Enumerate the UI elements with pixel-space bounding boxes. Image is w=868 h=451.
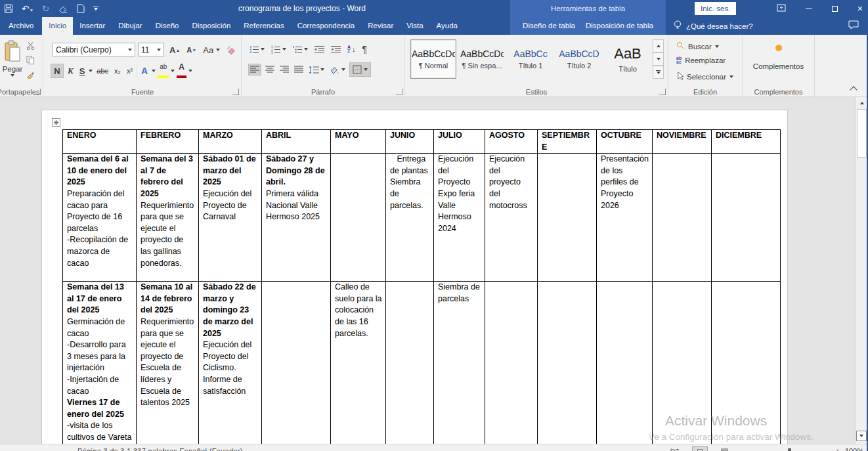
table-cell[interactable]: [386, 282, 434, 444]
ribbon-display-options-icon[interactable]: [777, 3, 786, 14]
bullets-button[interactable]: [248, 44, 266, 55]
clear-formatting-icon[interactable]: [225, 43, 239, 57]
table-header-cell[interactable]: NOVIEMBRE: [653, 130, 712, 154]
table-header-cell[interactable]: OCTUBRE: [597, 130, 653, 154]
table-cell[interactable]: Sábado 22 de marzo y domingo 23 de marzo…: [199, 282, 262, 444]
table-header-cell[interactable]: MARZO: [199, 130, 262, 154]
dialog-launcher-portapapeles[interactable]: [34, 89, 41, 95]
table-cell[interactable]: [712, 282, 781, 444]
tab-diseno[interactable]: Diseño: [149, 17, 186, 35]
vertical-scrollbar[interactable]: [856, 97, 867, 444]
table-header-cell[interactable]: JULIO: [434, 130, 485, 154]
undo-icon[interactable]: ↶: [22, 4, 33, 13]
tab-archivo[interactable]: Archivo: [0, 17, 42, 35]
table-header-cell[interactable]: MAYO: [331, 130, 386, 154]
tab-correspondencia[interactable]: Correspondencia: [291, 17, 362, 35]
sign-in-button[interactable]: Inic. ses.: [695, 2, 736, 15]
font-name-combo[interactable]: Calibri (Cuerpo): [53, 43, 135, 56]
line-spacing-button[interactable]: [307, 64, 326, 75]
style-titulo[interactable]: AaB Título: [605, 39, 651, 79]
superscript-button[interactable]: x²: [125, 64, 135, 78]
styles-scroll-up-icon[interactable]: [653, 39, 664, 53]
table-header-cell[interactable]: FEBRERO: [137, 130, 199, 154]
new-document-icon[interactable]: [77, 4, 85, 13]
tab-disposicion[interactable]: Disposición: [185, 17, 237, 35]
style-titulo-1[interactable]: AaBbCc Título 1: [508, 39, 553, 79]
eraser-icon[interactable]: [58, 4, 68, 13]
table-header-cell[interactable]: DICIEMBRE: [712, 130, 781, 154]
comment-icon[interactable]: [848, 20, 859, 32]
tab-revisar[interactable]: Revisar: [361, 17, 400, 35]
bold-button[interactable]: N: [51, 64, 64, 78]
styles-scroll-down-icon[interactable]: [653, 53, 664, 66]
zoom-slider-handle[interactable]: [788, 448, 791, 451]
table-cell[interactable]: [597, 282, 653, 444]
subscript-button[interactable]: x₂: [112, 64, 123, 78]
scroll-up-icon[interactable]: [857, 98, 867, 108]
text-effects-dropdown[interactable]: [152, 70, 156, 72]
format-painter-icon[interactable]: [26, 70, 35, 80]
multilevel-list-button[interactable]: [292, 44, 309, 55]
underline-button[interactable]: S: [77, 64, 87, 78]
tab-insertar[interactable]: Insertar: [73, 17, 112, 35]
tab-referencias[interactable]: Referencias: [237, 17, 290, 35]
web-layout-icon[interactable]: [717, 446, 732, 451]
table-move-handle-icon[interactable]: ✥: [52, 118, 60, 127]
table-cell[interactable]: Semana del 3 al 7 de febrero del 2025Req…: [137, 154, 199, 282]
strikethrough-button[interactable]: abc: [95, 64, 110, 78]
tab-disposicion-de-tabla[interactable]: Disposición de tabla: [580, 17, 659, 35]
dialog-launcher-parrafo[interactable]: [396, 89, 402, 95]
shading-button[interactable]: [328, 64, 347, 75]
read-mode-icon[interactable]: [666, 446, 683, 451]
table-cell[interactable]: Semana del 13 al 17 de enero del 2025Ger…: [63, 282, 137, 444]
scroll-down-icon[interactable]: [856, 431, 867, 441]
tell-me-box[interactable]: ¿Qué desea hacer?: [674, 17, 753, 35]
close-icon[interactable]: ×: [857, 0, 863, 17]
table-header-cell[interactable]: AGOSTO: [485, 130, 538, 154]
grow-font-button[interactable]: A▲: [167, 43, 182, 57]
select-button[interactable]: Seleccionar: [676, 72, 733, 81]
sort-icon[interactable]: AZ↓: [346, 44, 357, 54]
highlight-dropdown[interactable]: [171, 70, 175, 72]
highlight-button[interactable]: ab: [158, 64, 169, 78]
table-header-cell[interactable]: ENERO: [63, 130, 137, 154]
minimize-icon[interactable]: [806, 9, 812, 9]
style-titulo-2[interactable]: AaBbCcD Título 2: [556, 39, 602, 79]
font-color-button[interactable]: A: [177, 64, 186, 78]
tab-vista[interactable]: Vista: [400, 17, 429, 35]
dialog-launcher-fuente[interactable]: [232, 89, 239, 95]
borders-button[interactable]: [349, 62, 371, 77]
table-cell[interactable]: Sábado 27 y Domingo 28 de abril.Primera …: [262, 154, 331, 282]
table-cell[interactable]: [485, 282, 538, 444]
justify-button[interactable]: [293, 64, 305, 75]
table-cell[interactable]: [653, 154, 712, 282]
styles-gallery-more-icon[interactable]: [653, 66, 664, 79]
document-page[interactable]: ✥ ENEROFEBREROMARZOABRILMAYOJUNIOJULIOAG…: [41, 110, 788, 444]
style-sin-espacio[interactable]: AaBbCcDc ¶ Sin espa...: [459, 39, 505, 79]
tab-diseno-de-tabla[interactable]: Diseño de tabla: [517, 17, 580, 35]
table-cell[interactable]: [653, 282, 712, 444]
table-cell[interactable]: Semana 10 al 14 de febrero del 2025Reque…: [137, 282, 199, 444]
table-cell[interactable]: Sábado 01 de marzo del 2025Ejecución del…: [199, 154, 262, 282]
underline-dropdown[interactable]: [89, 70, 93, 72]
increase-indent-icon[interactable]: [330, 44, 342, 55]
zoom-out-icon[interactable]: −: [749, 447, 752, 451]
table-cell[interactable]: Semana del 6 al 10 de enero del 2025Prep…: [63, 154, 137, 282]
numbering-button[interactable]: 123: [270, 44, 288, 55]
find-button[interactable]: Buscar: [676, 41, 719, 51]
font-color-dropdown[interactable]: [188, 70, 192, 72]
customize-qat-icon[interactable]: [93, 7, 98, 11]
table-cell[interactable]: Presentación de los perfiles de Proyecto…: [597, 154, 653, 282]
zoom-in-icon[interactable]: +: [835, 447, 839, 451]
tab-inicio[interactable]: Inicio: [42, 17, 73, 35]
table-cell[interactable]: Ejecución del proyecto del motocross: [485, 154, 538, 282]
font-size-combo[interactable]: 11: [138, 43, 164, 56]
table-cell[interactable]: Entrega de plantas Siembra de parcelas.: [386, 154, 434, 282]
table-header-cell[interactable]: ABRIL: [262, 130, 331, 154]
tab-dibujar[interactable]: Dibujar: [112, 17, 148, 35]
table-cell[interactable]: [712, 154, 781, 282]
copy-icon[interactable]: [26, 56, 35, 66]
tab-ayuda[interactable]: Ayuda: [430, 17, 464, 35]
table-cell[interactable]: [538, 282, 597, 444]
italic-button[interactable]: K: [66, 64, 76, 78]
